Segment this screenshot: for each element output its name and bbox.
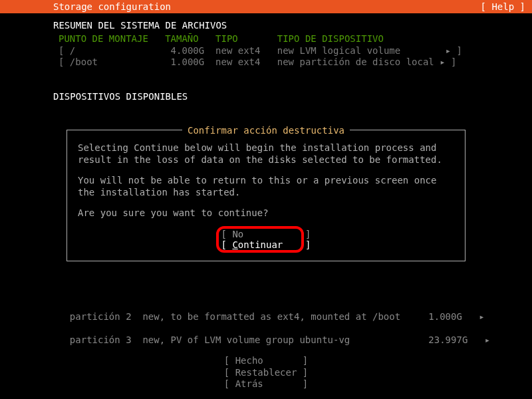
chevron-right-icon: ▸ [446,45,451,56]
partition-list: partición 2 new, to be formatted as ext4… [59,299,490,358]
table-row[interactable]: partición 3 new, PV of LVM volume group … [59,334,490,346]
bottom-buttons: [ Hecho ] [ Restablecer ] [ Atrás ] [0,355,532,390]
table-row[interactable]: [ /boot 1.000G new ext4 new partición de… [59,57,532,68]
available-devices-title: DISPOSITIVOS DISPONIBLES [0,91,532,102]
back-button[interactable]: [ Atrás ] [0,378,532,390]
chevron-right-icon: ▸ [485,334,490,345]
dialog-title: Confirmar acción destructiva [182,125,350,136]
content: RESUMEN DEL SISTEMA DE ARCHIVOS PUNTO DE… [0,13,532,102]
chevron-right-icon: ▸ [440,57,445,67]
page-title: Storage configuration [53,1,171,12]
continue-button[interactable]: [ Continuar ] [221,239,311,250]
fs-summary-table: PUNTO DE MONTAJE TAMAÑO TIPO TIPO DE DIS… [0,33,532,68]
done-button[interactable]: [ Hecho ] [0,355,532,367]
help-button[interactable]: [ Help ] [481,1,525,12]
dialog-body: Selecting Continue below will begin the … [78,142,454,219]
table-row[interactable]: [ / 4.000G new ext4 new LVM logical volu… [59,45,532,57]
no-button[interactable]: [ No ] [78,229,454,239]
confirm-dialog: Confirmar acción destructiva Selecting C… [66,130,466,261]
fs-headers: PUNTO DE MONTAJE TAMAÑO TIPO TIPO DE DIS… [59,33,532,45]
header-bar: Storage configuration [ Help ] [0,0,532,13]
dialog-text: You will not be able to return to this o… [78,175,454,198]
dialog-text: Are you sure you want to continue? [78,207,454,219]
reset-button[interactable]: [ Restablecer ] [0,367,532,379]
table-row[interactable]: partición 2 new, to be formatted as ext4… [59,311,490,323]
fs-summary-title: RESUMEN DEL SISTEMA DE ARCHIVOS [0,20,532,31]
dialog-text: Selecting Continue below will begin the … [78,142,454,166]
chevron-right-icon: ▸ [479,311,484,322]
